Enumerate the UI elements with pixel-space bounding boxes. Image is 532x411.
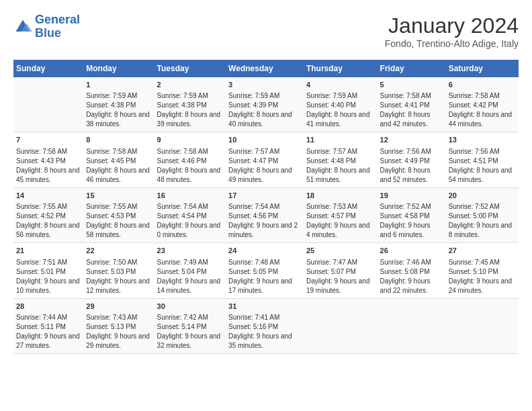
day-number: 8 bbox=[86, 135, 151, 145]
calendar-cell bbox=[13, 77, 83, 132]
cell-info: Sunrise: 7:54 AMSunset: 4:54 PMDaylight:… bbox=[157, 202, 224, 240]
cell-info: Sunrise: 7:59 AMSunset: 4:39 PMDaylight:… bbox=[228, 91, 301, 129]
calendar-body: 1Sunrise: 7:59 AMSunset: 4:38 PMDaylight… bbox=[13, 77, 519, 353]
calendar-cell: 11Sunrise: 7:57 AMSunset: 4:48 PMDayligh… bbox=[304, 132, 378, 187]
week-row-1: 1Sunrise: 7:59 AMSunset: 4:38 PMDaylight… bbox=[13, 77, 519, 132]
cell-info: Sunrise: 7:51 AMSunset: 5:01 PMDaylight:… bbox=[16, 258, 81, 295]
cell-info: Sunrise: 7:59 AMSunset: 4:38 PMDaylight:… bbox=[86, 91, 151, 129]
calendar-cell bbox=[446, 298, 519, 353]
header-cell-wednesday: Wednesday bbox=[226, 60, 304, 77]
cell-info: Sunrise: 7:56 AMSunset: 4:51 PMDaylight:… bbox=[449, 147, 516, 185]
calendar-header: SundayMondayTuesdayWednesdayThursdayFrid… bbox=[13, 60, 519, 77]
day-number: 3 bbox=[228, 80, 301, 90]
header-cell-thursday: Thursday bbox=[304, 60, 378, 77]
cell-info: Sunrise: 7:59 AMSunset: 4:38 PMDaylight:… bbox=[157, 91, 224, 129]
cell-info: Sunrise: 7:54 AMSunset: 4:56 PMDaylight:… bbox=[228, 202, 301, 240]
day-number: 31 bbox=[228, 302, 301, 312]
cell-info: Sunrise: 7:48 AMSunset: 5:05 PMDaylight:… bbox=[228, 258, 301, 295]
main-title: January 2024 bbox=[385, 13, 519, 38]
cell-info: Sunrise: 7:53 AMSunset: 4:57 PMDaylight:… bbox=[306, 202, 375, 240]
calendar-cell bbox=[304, 298, 378, 353]
cell-info: Sunrise: 7:55 AMSunset: 4:53 PMDaylight:… bbox=[86, 202, 151, 240]
header-cell-friday: Friday bbox=[378, 60, 446, 77]
cell-info: Sunrise: 7:57 AMSunset: 4:47 PMDaylight:… bbox=[228, 147, 301, 185]
calendar-cell: 14Sunrise: 7:55 AMSunset: 4:52 PMDayligh… bbox=[13, 187, 83, 242]
day-number: 2 bbox=[157, 80, 224, 90]
subtitle: Fondo, Trentino-Alto Adige, Italy bbox=[385, 38, 519, 49]
calendar-cell: 3Sunrise: 7:59 AMSunset: 4:39 PMDaylight… bbox=[226, 77, 304, 132]
day-number: 23 bbox=[157, 246, 224, 256]
day-number: 11 bbox=[306, 135, 375, 145]
day-number: 25 bbox=[306, 246, 375, 256]
cell-info: Sunrise: 7:49 AMSunset: 5:04 PMDaylight:… bbox=[157, 258, 224, 295]
calendar-cell: 15Sunrise: 7:55 AMSunset: 4:53 PMDayligh… bbox=[83, 187, 154, 242]
cell-info: Sunrise: 7:56 AMSunset: 4:49 PMDaylight:… bbox=[380, 147, 443, 185]
calendar-cell: 30Sunrise: 7:42 AMSunset: 5:14 PMDayligh… bbox=[154, 298, 226, 353]
calendar-cell: 12Sunrise: 7:56 AMSunset: 4:49 PMDayligh… bbox=[378, 132, 446, 187]
cell-info: Sunrise: 7:42 AMSunset: 5:14 PMDaylight:… bbox=[157, 313, 224, 351]
calendar-cell: 29Sunrise: 7:43 AMSunset: 5:13 PMDayligh… bbox=[83, 298, 154, 353]
day-number: 19 bbox=[380, 191, 443, 201]
cell-info: Sunrise: 7:52 AMSunset: 4:58 PMDaylight:… bbox=[380, 202, 443, 240]
day-number: 1 bbox=[86, 80, 151, 90]
calendar-cell: 28Sunrise: 7:44 AMSunset: 5:11 PMDayligh… bbox=[13, 298, 83, 353]
logo-line2: Blue bbox=[35, 26, 61, 40]
cell-info: Sunrise: 7:44 AMSunset: 5:11 PMDaylight:… bbox=[16, 313, 81, 351]
cell-info: Sunrise: 7:55 AMSunset: 4:52 PMDaylight:… bbox=[16, 202, 81, 240]
day-number: 16 bbox=[157, 191, 224, 201]
calendar-cell bbox=[378, 298, 446, 353]
calendar-cell: 31Sunrise: 7:41 AMSunset: 5:16 PMDayligh… bbox=[226, 298, 304, 353]
day-number: 5 bbox=[380, 80, 443, 90]
calendar-cell: 17Sunrise: 7:54 AMSunset: 4:56 PMDayligh… bbox=[226, 187, 304, 242]
cell-info: Sunrise: 7:52 AMSunset: 5:00 PMDaylight:… bbox=[449, 202, 516, 240]
week-row-3: 14Sunrise: 7:55 AMSunset: 4:52 PMDayligh… bbox=[13, 187, 519, 242]
day-number: 30 bbox=[157, 302, 224, 312]
cell-info: Sunrise: 7:59 AMSunset: 4:40 PMDaylight:… bbox=[306, 91, 375, 129]
day-number: 12 bbox=[380, 135, 443, 145]
cell-info: Sunrise: 7:47 AMSunset: 5:07 PMDaylight:… bbox=[306, 258, 375, 295]
title-section: January 2024 Fondo, Trentino-Alto Adige,… bbox=[385, 13, 519, 49]
cell-info: Sunrise: 7:46 AMSunset: 5:08 PMDaylight:… bbox=[380, 258, 443, 295]
cell-info: Sunrise: 7:41 AMSunset: 5:16 PMDaylight:… bbox=[228, 313, 301, 351]
calendar-cell: 16Sunrise: 7:54 AMSunset: 4:54 PMDayligh… bbox=[154, 187, 226, 242]
cell-info: Sunrise: 7:58 AMSunset: 4:42 PMDaylight:… bbox=[449, 91, 516, 129]
calendar-table: SundayMondayTuesdayWednesdayThursdayFrid… bbox=[13, 60, 519, 354]
header: General Blue January 2024 Fondo, Trentin… bbox=[13, 13, 519, 49]
week-row-2: 7Sunrise: 7:58 AMSunset: 4:43 PMDaylight… bbox=[13, 132, 519, 187]
calendar-cell: 19Sunrise: 7:52 AMSunset: 4:58 PMDayligh… bbox=[378, 187, 446, 242]
cell-info: Sunrise: 7:45 AMSunset: 5:10 PMDaylight:… bbox=[449, 258, 516, 295]
day-number: 7 bbox=[16, 135, 81, 145]
day-number: 18 bbox=[306, 191, 375, 201]
logo-text: General Blue bbox=[35, 13, 80, 40]
calendar-cell: 24Sunrise: 7:48 AMSunset: 5:05 PMDayligh… bbox=[226, 243, 304, 298]
day-number: 17 bbox=[228, 191, 301, 201]
day-number: 24 bbox=[228, 246, 301, 256]
day-number: 15 bbox=[86, 191, 151, 201]
day-number: 20 bbox=[449, 191, 516, 201]
day-number: 26 bbox=[380, 246, 443, 256]
day-number: 27 bbox=[449, 246, 516, 256]
calendar-cell: 6Sunrise: 7:58 AMSunset: 4:42 PMDaylight… bbox=[446, 77, 519, 132]
day-number: 28 bbox=[16, 302, 81, 312]
calendar-cell: 22Sunrise: 7:50 AMSunset: 5:03 PMDayligh… bbox=[83, 243, 154, 298]
calendar-cell: 5Sunrise: 7:58 AMSunset: 4:41 PMDaylight… bbox=[378, 77, 446, 132]
calendar-cell: 4Sunrise: 7:59 AMSunset: 4:40 PMDaylight… bbox=[304, 77, 378, 132]
header-row: SundayMondayTuesdayWednesdayThursdayFrid… bbox=[13, 60, 519, 77]
calendar-cell: 9Sunrise: 7:58 AMSunset: 4:46 PMDaylight… bbox=[154, 132, 226, 187]
header-cell-tuesday: Tuesday bbox=[154, 60, 226, 77]
cell-info: Sunrise: 7:43 AMSunset: 5:13 PMDaylight:… bbox=[86, 313, 151, 351]
day-number: 29 bbox=[86, 302, 151, 312]
header-cell-saturday: Saturday bbox=[446, 60, 519, 77]
week-row-4: 21Sunrise: 7:51 AMSunset: 5:01 PMDayligh… bbox=[13, 243, 519, 298]
header-cell-sunday: Sunday bbox=[13, 60, 83, 77]
cell-info: Sunrise: 7:58 AMSunset: 4:45 PMDaylight:… bbox=[86, 147, 151, 185]
day-number: 4 bbox=[306, 80, 375, 90]
calendar-cell: 25Sunrise: 7:47 AMSunset: 5:07 PMDayligh… bbox=[304, 243, 378, 298]
calendar-cell: 23Sunrise: 7:49 AMSunset: 5:04 PMDayligh… bbox=[154, 243, 226, 298]
cell-info: Sunrise: 7:58 AMSunset: 4:41 PMDaylight:… bbox=[380, 91, 443, 129]
day-number: 9 bbox=[157, 135, 224, 145]
cell-info: Sunrise: 7:50 AMSunset: 5:03 PMDaylight:… bbox=[86, 258, 151, 295]
calendar-cell: 13Sunrise: 7:56 AMSunset: 4:51 PMDayligh… bbox=[446, 132, 519, 187]
cell-info: Sunrise: 7:58 AMSunset: 4:46 PMDaylight:… bbox=[157, 147, 224, 185]
calendar-cell: 7Sunrise: 7:58 AMSunset: 4:43 PMDaylight… bbox=[13, 132, 83, 187]
